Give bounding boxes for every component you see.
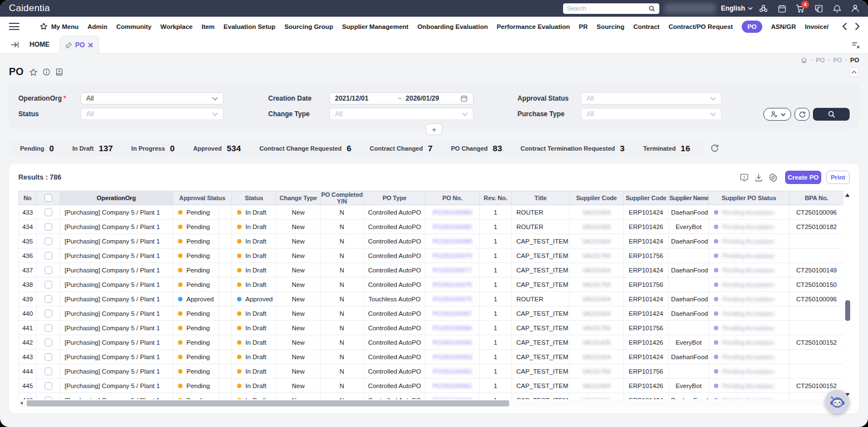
collapse-filter-button[interactable] (849, 67, 859, 77)
menu-item-performance-evaluation[interactable]: Performance Evaluation (497, 23, 570, 30)
row-checkbox[interactable] (45, 281, 52, 289)
menu-item-asn-gr[interactable]: ASN/GR (771, 23, 796, 30)
menu-item-sourcing-group[interactable]: Sourcing Group (284, 23, 333, 30)
status-filter-po-changed[interactable]: PO Changed83 (451, 143, 502, 153)
menu-item-supplier-management[interactable]: Supplier Management (342, 23, 409, 30)
status-select[interactable]: All (81, 108, 224, 120)
row-checkbox[interactable] (45, 310, 52, 317)
cell-po-no[interactable]: PO250100060 (426, 393, 480, 400)
language-selector[interactable]: English (721, 4, 753, 12)
col-operation-org[interactable]: OperationOrg (60, 191, 173, 205)
calendar-icon[interactable] (777, 3, 787, 13)
cell-po-no[interactable]: PO250100066 (426, 321, 480, 335)
org-network-icon[interactable] (758, 3, 768, 13)
cell-po-no[interactable]: PO250100062 (426, 364, 480, 379)
row-checkbox[interactable] (45, 339, 52, 346)
note-icon[interactable] (813, 3, 823, 13)
info-icon[interactable] (42, 68, 51, 76)
row-checkbox[interactable] (45, 295, 52, 303)
reset-filters-button[interactable] (795, 108, 810, 121)
app-logo[interactable]: Caidentia (9, 3, 50, 14)
row-checkbox[interactable] (45, 266, 52, 274)
nav-scroll-right-icon[interactable] (855, 22, 860, 31)
add-filter-button[interactable]: + (426, 123, 442, 135)
status-filter-contract-changed[interactable]: Contract Changed7 (370, 143, 433, 153)
purchase-type-select[interactable]: All (581, 108, 722, 120)
vertical-scrollbar[interactable] (844, 191, 852, 399)
col-status[interactable]: Status (232, 191, 277, 205)
col-change-type[interactable]: Change Type (277, 191, 320, 205)
tab-home[interactable]: HOME (19, 36, 60, 53)
print-button[interactable]: Print (826, 171, 850, 184)
cell-po-no[interactable]: PO250100063 (426, 350, 480, 364)
col-bpa-no[interactable]: BPA No. (790, 191, 844, 205)
cell-po-no[interactable]: PO250100075 (426, 292, 480, 306)
row-checkbox[interactable] (45, 237, 52, 245)
breadcrumb-item[interactable]: PO (816, 57, 825, 63)
menu-item-community[interactable]: Community (116, 23, 151, 30)
breadcrumb-item[interactable]: PO (833, 57, 842, 63)
scroll-up-arrow-icon[interactable] (845, 193, 850, 197)
cell-po-no[interactable]: PO250100080 (426, 234, 480, 249)
expand-tabs-icon[interactable] (10, 40, 19, 49)
po-link-redacted[interactable]: PO250100080 (433, 238, 472, 245)
status-filter-contract-termination-requested[interactable]: Contract Termination Requested3 (521, 143, 625, 153)
vertical-scroll-thumb[interactable] (845, 300, 850, 321)
cell-po-no[interactable]: PO250100076 (426, 277, 480, 292)
po-link-redacted[interactable]: PO250100082 (433, 224, 472, 230)
status-filter-approved[interactable]: Approved534 (193, 143, 241, 153)
download-icon[interactable] (754, 173, 763, 182)
date-to[interactable]: 2026/01/29 (406, 95, 439, 102)
menu-item-evaluation-setup[interactable]: Evaluation Setup (224, 23, 275, 30)
col-supplier-name[interactable]: Supplier Name (669, 191, 709, 205)
cell-po-no[interactable]: PO250100077 (426, 263, 480, 277)
feedback-icon[interactable] (739, 173, 749, 182)
status-filter-in-progress[interactable]: In Progress0 (131, 143, 175, 153)
cell-po-no[interactable]: PO250100079 (426, 249, 480, 263)
po-link-redacted[interactable]: PO250100079 (433, 252, 472, 259)
assignee-filter-button[interactable] (763, 108, 791, 121)
close-tab-icon[interactable]: ✕ (87, 42, 93, 49)
change-type-select[interactable]: All (329, 108, 474, 120)
status-filter-pending[interactable]: Pending0 (20, 143, 54, 153)
col-supplier-code-1[interactable]: Supplier Code (570, 191, 624, 205)
row-checkbox[interactable] (45, 368, 52, 375)
horizontal-scrollbar[interactable] (18, 399, 844, 407)
menu-item-workplace[interactable]: Workplace (160, 23, 193, 30)
row-checkbox[interactable] (45, 382, 52, 390)
po-link-redacted[interactable]: PO250100083 (433, 209, 472, 216)
status-filter-in-draft[interactable]: In Draft137 (72, 143, 113, 153)
manual-icon[interactable]: A (55, 68, 63, 76)
po-link-redacted[interactable]: PO250100075 (433, 296, 472, 302)
col-approval-status[interactable]: Approval Status (173, 191, 232, 205)
tab-po[interactable]: PO ✕ (60, 36, 99, 54)
po-link-redacted[interactable]: PO250100062 (433, 368, 472, 375)
search-button[interactable] (813, 108, 850, 121)
menu-item-my-menu[interactable]: My Menu (40, 22, 78, 31)
approval-status-select[interactable]: All (581, 92, 722, 105)
menu-item-contract[interactable]: Contract (633, 23, 659, 30)
po-link-redacted[interactable]: PO250100065 (433, 339, 472, 346)
po-link-redacted[interactable]: PO250100066 (433, 325, 472, 331)
col-po-completed[interactable]: PO Completed Y/N (320, 191, 364, 205)
menu-item-admin[interactable]: Admin (87, 23, 107, 30)
user-icon[interactable] (850, 3, 860, 13)
row-checkbox[interactable] (45, 223, 52, 231)
cart-icon[interactable]: 4 (795, 3, 805, 13)
scroll-left-arrow-icon[interactable] (20, 401, 23, 405)
select-all-checkbox[interactable] (45, 194, 52, 202)
col-title[interactable]: Title (512, 191, 570, 205)
row-checkbox[interactable] (45, 353, 52, 361)
status-filter-terminated[interactable]: Terminated16 (643, 143, 691, 153)
row-checkbox[interactable] (45, 208, 52, 216)
menu-item-item[interactable]: Item (201, 23, 215, 30)
bell-icon[interactable] (832, 3, 842, 13)
close-all-tabs-icon[interactable] (851, 41, 860, 49)
menu-item-po[interactable]: PO (742, 21, 762, 33)
po-link-redacted[interactable]: PO250100067 (433, 310, 472, 317)
menu-item-pr[interactable]: PR (579, 23, 588, 30)
operation-org-select[interactable]: All (81, 92, 224, 105)
calendar-icon[interactable] (460, 95, 468, 102)
col-supplier-po-status[interactable]: Supplier PO Status (709, 191, 790, 205)
menu-item-onboarding-evaluation[interactable]: Onboarding Evaluation (417, 23, 488, 30)
